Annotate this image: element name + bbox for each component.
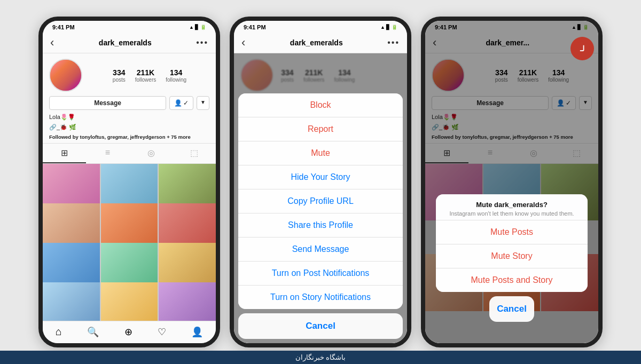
- grid-cell-11[interactable]: [101, 282, 158, 321]
- tab-grid-1[interactable]: ⊞: [43, 144, 86, 163]
- bio2-1: 🔗_🐞 🌿: [49, 123, 209, 131]
- photo-grid-1: [43, 164, 216, 321]
- phone-3: 9:41 PM ▲ ▊ 🔋 ‹ dark_emer... ••• 334 pos…: [421, 17, 603, 347]
- watermark-logo: لـ: [570, 37, 594, 60]
- mute-dialog-title: Mute dark_emeralds?: [444, 201, 579, 209]
- share-profile-action[interactable]: Share this Profile: [238, 213, 403, 238]
- action-sheet: Block Report Mute Hide Your Story Copy P…: [238, 93, 403, 309]
- mute-posts-action[interactable]: Mute Posts: [436, 220, 588, 244]
- heart-icon[interactable]: ♡: [158, 326, 166, 338]
- mute-dialog-overlay: Mute dark_emeralds? Instagram won't let …: [425, 21, 598, 343]
- dropdown-button-1[interactable]: ▼: [197, 96, 209, 110]
- grid-cell-10[interactable]: [43, 282, 100, 321]
- nav-bar-1: ‹ dark_emeralds •••: [43, 33, 216, 53]
- block-action[interactable]: Block: [238, 93, 403, 117]
- avatar-1: [49, 59, 82, 92]
- bio-1: Lola🌷🌹: [49, 113, 209, 121]
- post-notifications-action[interactable]: Turn on Post Notifications: [238, 262, 403, 286]
- stat-posts-1: 334 posts: [113, 68, 126, 83]
- mute-posts-story-action[interactable]: Mute Posts and Story: [436, 268, 588, 292]
- mute-dialog: Mute dark_emeralds? Instagram won't let …: [436, 194, 588, 292]
- bottom-nav-1: ⌂ 🔍 ⊕ ♡ 👤: [43, 321, 216, 343]
- svg-text:لـ: لـ: [580, 44, 584, 53]
- status-bar-2: 9:41 PM ▲ ▊ 🔋: [234, 21, 407, 33]
- mute-dialog-header: Mute dark_emeralds? Instagram won't let …: [436, 194, 588, 220]
- mute-dialog-actions: Mute Posts Mute Story Mute Posts and Sto…: [436, 220, 588, 292]
- back-button-2[interactable]: ‹: [241, 36, 245, 50]
- nav-bar-2: ‹ dark_emeralds •••: [234, 33, 407, 53]
- mute-action[interactable]: Mute: [238, 141, 403, 165]
- profile-icon[interactable]: 👤: [191, 326, 203, 338]
- cancel-button-2[interactable]: Cancel: [238, 313, 403, 339]
- mute-dialog-subtitle: Instagram won't let them know you muted …: [444, 210, 579, 217]
- news-site-label: باشگاه خبرنگاران: [295, 353, 346, 361]
- message-button-1[interactable]: Message: [49, 96, 166, 110]
- username-nav-1: dark_emeralds: [99, 38, 152, 47]
- home-icon[interactable]: ⌂: [56, 326, 62, 338]
- phone-2: 9:41 PM ▲ ▊ 🔋 ‹ dark_emeralds ••• 334pos…: [230, 17, 411, 347]
- status-icons-2: ▲ ▊ 🔋: [380, 25, 397, 30]
- add-icon[interactable]: ⊕: [124, 326, 132, 338]
- tab-list-1[interactable]: ≡: [86, 144, 129, 163]
- action-sheet-overlay: Block Report Mute Hide Your Story Copy P…: [234, 53, 407, 343]
- status-bar-1: 9:41 PM ▲ ▊ 🔋: [43, 21, 216, 33]
- username-nav-2: dark_emeralds: [290, 38, 343, 47]
- profile-row-1: 334 posts 211K followers 134 following: [49, 59, 209, 92]
- tab-saved-1[interactable]: ⬚: [173, 144, 216, 163]
- followed-by-1: Followed by tonyloftus, gregmar, jeffrey…: [49, 134, 209, 140]
- more-button-2[interactable]: •••: [387, 38, 400, 48]
- send-message-action[interactable]: Send Message: [238, 238, 403, 262]
- stat-followers-1: 211K followers: [135, 68, 156, 83]
- copy-url-action[interactable]: Copy Profile URL: [238, 189, 403, 213]
- profile-section-1: 334 posts 211K followers 134 following M…: [43, 53, 216, 143]
- action-row-1: Message 👤 ✓ ▼: [49, 96, 209, 110]
- person-icon: 👤: [174, 99, 182, 107]
- stat-following-1: 134 following: [166, 68, 186, 83]
- search-icon[interactable]: 🔍: [87, 326, 99, 338]
- logo-icon: لـ: [574, 40, 591, 57]
- status-time-2: 9:41 PM: [244, 24, 266, 30]
- more-button-1[interactable]: •••: [196, 38, 208, 48]
- status-time-1: 9:41 PM: [52, 24, 75, 30]
- grid-cell-12[interactable]: [159, 282, 216, 321]
- tab-bar-1: ⊞ ≡ ◎ ⬚: [43, 143, 216, 164]
- report-action[interactable]: Report: [238, 117, 403, 141]
- phone-1: 9:41 PM ▲ ▊ 🔋 ‹ dark_emeralds ••• 334 po…: [38, 17, 220, 347]
- mute-story-action[interactable]: Mute Story: [436, 244, 588, 268]
- stats-1: 334 posts 211K followers 134 following: [90, 68, 209, 83]
- news-bar: باشگاه خبرنگاران: [0, 351, 641, 364]
- status-icons-1: ▲ ▊ 🔋: [189, 25, 206, 30]
- checkmark-icon: ✓: [183, 99, 189, 107]
- tab-tag-1[interactable]: ◎: [129, 144, 173, 163]
- hide-story-action[interactable]: Hide Your Story: [238, 165, 403, 189]
- mute-cancel-button[interactable]: Cancel: [489, 296, 534, 322]
- follow-button-1[interactable]: 👤 ✓: [169, 96, 193, 110]
- back-button-1[interactable]: ‹: [50, 36, 54, 50]
- story-notifications-action[interactable]: Turn on Story Notifications: [238, 286, 403, 309]
